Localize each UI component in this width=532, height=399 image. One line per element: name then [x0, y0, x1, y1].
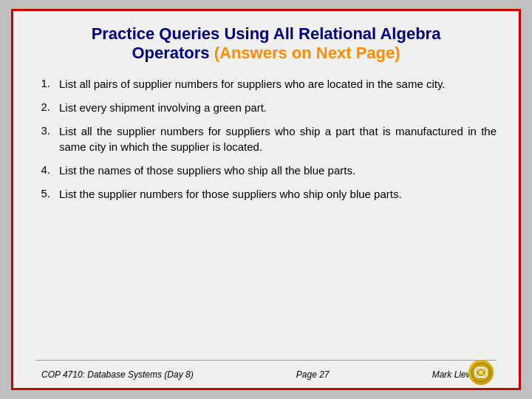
svg-point-3 [479, 370, 483, 375]
footer-logo [468, 360, 495, 386]
question-text-1: List all pairs of supplier numbers for s… [59, 76, 497, 92]
question-number-5: 5. [35, 186, 50, 200]
questions-list: 1. List all pairs of supplier numbers fo… [35, 76, 497, 202]
title-line1: Practice Queries Using All Relational Al… [35, 24, 497, 44]
question-item-1: 1. List all pairs of supplier numbers fo… [35, 76, 497, 92]
question-text-4: List the names of those suppliers who sh… [59, 163, 497, 179]
question-text-5: List the supplier numbers for those supp… [59, 186, 497, 202]
question-item-4: 4. List the names of those suppliers who… [35, 163, 497, 179]
question-item-5: 5. List the supplier numbers for those s… [35, 186, 497, 202]
logo-svg [471, 362, 491, 383]
question-item-3: 3. List all the supplier numbers for sup… [35, 123, 497, 156]
slide-footer: COP 4710: Database Systems (Day 8) Page … [35, 360, 497, 388]
question-item-2: 2. List every shipment involving a green… [35, 100, 497, 116]
title-operators: Operators [132, 44, 214, 62]
question-text-2: List every shipment involving a green pa… [59, 100, 497, 116]
footer-page: Page 27 [296, 369, 330, 380]
question-text-3: List all the supplier numbers for suppli… [59, 123, 497, 156]
slide: Practice Queries Using All Relational Al… [11, 9, 521, 390]
question-number-2: 2. [35, 100, 50, 113]
slide-content: Practice Queries Using All Relational Al… [35, 24, 497, 354]
question-number-4: 4. [35, 163, 50, 176]
logo-circle [468, 360, 494, 385]
slide-title: Practice Queries Using All Relational Al… [35, 24, 497, 63]
title-answers: (Answers on Next Page) [214, 44, 400, 62]
footer-course: COP 4710: Database Systems (Day 8) [41, 369, 194, 380]
title-line2: Operators (Answers on Next Page) [35, 44, 497, 63]
question-number-1: 1. [35, 76, 50, 89]
question-number-3: 3. [35, 123, 50, 137]
